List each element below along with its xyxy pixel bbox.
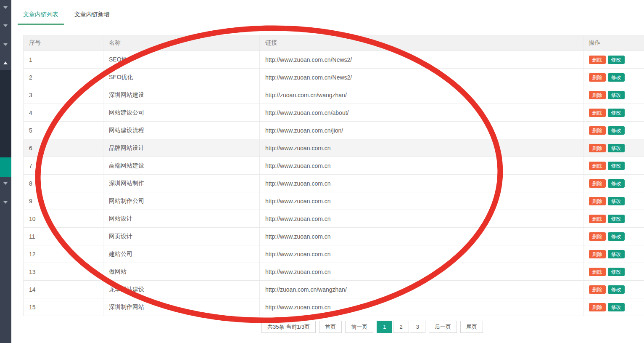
row-name-cell: 网站建设流程 [103,122,260,139]
row-link-cell: http://www.zuoan.com.cn/about/ [260,104,583,122]
modify-button[interactable]: 修改 [608,91,625,99]
chevron-down-icon[interactable] [3,182,8,185]
delete-button[interactable]: 删除 [589,232,606,241]
column-header-actions: 操作 [583,35,644,51]
row-link-cell: http://www.zuoan.com.cn [260,298,583,316]
modify-button[interactable]: 修改 [608,268,625,276]
modify-button[interactable]: 修改 [608,197,625,205]
modify-button[interactable]: 修改 [608,232,625,241]
delete-button[interactable]: 删除 [589,250,606,258]
column-header-name: 名称 [103,35,260,51]
modify-button[interactable]: 修改 [608,179,625,188]
modify-button[interactable]: 修改 [608,162,625,170]
modify-button[interactable]: 修改 [608,73,625,82]
modify-button[interactable]: 修改 [608,285,625,294]
pagination-next-button[interactable]: 后一页 [429,321,457,333]
modify-button[interactable]: 修改 [608,250,625,258]
tab-bar: 文章内链列表 文章内链新增 [11,0,644,25]
row-link-cell: http://zuoan.com.cn/wangzhan/ [260,86,583,104]
row-number-cell: 10 [24,210,103,228]
row-name-cell: SEO推广 [103,51,260,69]
table-row: 9网站制作公司http://www.zuoan.com.cn删除修改 [24,192,644,210]
tab-article-links-list[interactable]: 文章内链列表 [18,11,64,25]
row-actions-cell: 删除修改 [583,157,644,175]
row-link-cell: http://www.zuoan.com.cn/News2/ [260,51,583,69]
delete-button[interactable]: 删除 [589,91,606,99]
row-actions-cell: 删除修改 [583,298,644,316]
pagination-summary: 共35条 当前1/3页 [261,321,316,333]
row-name-cell: 做网站 [103,263,260,281]
chevron-up-icon[interactable] [3,61,8,64]
table-row: 14龙华网站建设http://zuoan.com.cn/wangzhan/删除修… [24,281,644,298]
delete-button[interactable]: 删除 [589,56,606,64]
row-number-cell: 9 [24,192,103,210]
delete-button[interactable]: 删除 [589,109,606,117]
pagination-page-button[interactable]: 3 [410,321,425,333]
pagination-first-button[interactable]: 首页 [319,321,342,333]
row-number-cell: 8 [24,175,103,192]
sidebar-section-middle [0,70,11,157]
delete-button[interactable]: 删除 [589,73,606,82]
row-number-cell: 2 [24,69,103,86]
delete-button[interactable]: 删除 [589,179,606,188]
chevron-down-icon[interactable] [3,6,8,9]
pagination-page-button[interactable]: 1 [377,321,392,333]
row-link-cell: http://zuoan.com.cn/wangzhan/ [260,281,583,298]
table-row: 6品牌网站设计http://www.zuoan.com.cn删除修改 [24,139,644,157]
row-number-cell: 11 [24,228,103,245]
row-number-cell: 12 [24,245,103,263]
row-name-cell: 龙华网站建设 [103,281,260,298]
row-actions-cell: 删除修改 [583,210,644,228]
row-link-cell: http://www.zuoan.com.cn [260,175,583,192]
pagination-page-button[interactable]: 2 [393,321,409,333]
row-name-cell: 高端网站建设 [103,157,260,175]
main-content: 文章内链列表 文章内链新增 序号 名称 链接 操作 1SEO推广http://w… [11,0,644,343]
delete-button[interactable]: 删除 [589,144,606,152]
delete-button[interactable]: 删除 [589,268,606,276]
chevron-down-icon[interactable] [3,24,8,27]
delete-button[interactable]: 删除 [589,162,606,170]
row-name-cell: 网站建设公司 [103,104,260,122]
row-actions-cell: 删除修改 [583,192,644,210]
row-name-cell: 网站设计 [103,210,260,228]
modify-button[interactable]: 修改 [608,126,625,135]
row-name-cell: 深圳制作网站 [103,298,260,316]
pagination-prev-button[interactable]: 前一页 [345,321,373,333]
row-name-cell: 深圳网站制作 [103,175,260,192]
row-link-cell: http://www.zuoan.com.cn [260,157,583,175]
pagination: 共35条 当前1/3页 首页 前一页 123 后一页 尾页 [58,321,644,333]
row-actions-cell: 删除修改 [583,51,644,69]
table-row: 10网站设计http://www.zuoan.com.cn删除修改 [24,210,644,228]
delete-button[interactable]: 删除 [589,303,606,311]
delete-button[interactable]: 删除 [589,126,606,135]
row-link-cell: http://www.zuoan.com.cn/News2/ [260,69,583,86]
row-actions-cell: 删除修改 [583,122,644,139]
modify-button[interactable]: 修改 [608,215,625,223]
table-row: 11网页设计http://www.zuoan.com.cn删除修改 [24,228,644,245]
table-row: 3深圳网站建设http://zuoan.com.cn/wangzhan/删除修改 [24,86,644,104]
row-number-cell: 13 [24,263,103,281]
row-number-cell: 4 [24,104,103,122]
modify-button[interactable]: 修改 [608,109,625,117]
chevron-down-icon[interactable] [3,201,8,204]
row-number-cell: 6 [24,139,103,157]
delete-button[interactable]: 删除 [589,197,606,205]
row-number-cell: 14 [24,281,103,298]
row-actions-cell: 删除修改 [583,245,644,263]
row-link-cell: http://www.zuoan.com.cn [260,210,583,228]
row-link-cell: http://www.zuoan.com.cn [260,228,583,245]
sidebar-active-indicator [0,157,11,177]
delete-button[interactable]: 删除 [589,215,606,223]
table-row: 8深圳网站制作http://www.zuoan.com.cn删除修改 [24,175,644,192]
pagination-last-button[interactable]: 尾页 [460,321,483,333]
sidebar [0,0,11,343]
modify-button[interactable]: 修改 [608,144,625,152]
tab-article-links-add[interactable]: 文章内链新增 [69,11,115,25]
modify-button[interactable]: 修改 [608,56,625,64]
row-link-cell: http://www.zuoan.com.cn/jion/ [260,122,583,139]
delete-button[interactable]: 删除 [589,285,606,294]
modify-button[interactable]: 修改 [608,303,625,311]
row-actions-cell: 删除修改 [583,139,644,157]
chevron-down-icon[interactable] [3,43,8,46]
row-actions-cell: 删除修改 [583,175,644,192]
